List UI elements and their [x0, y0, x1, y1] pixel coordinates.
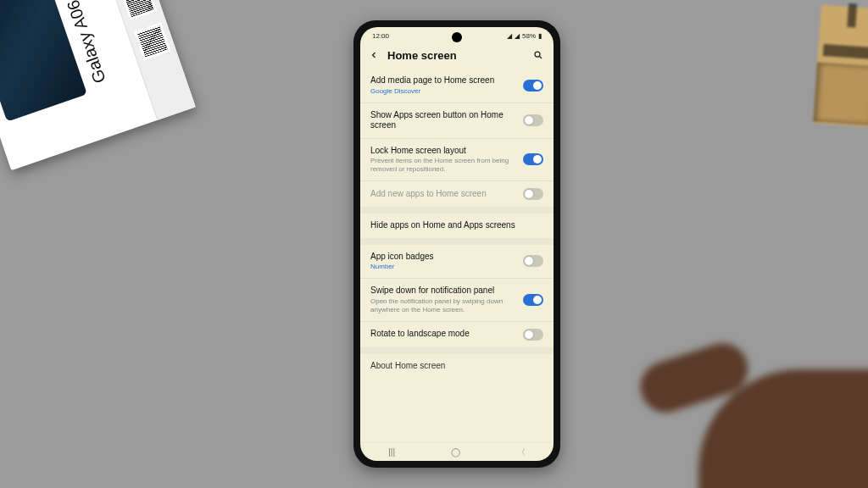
phone-device: 12:00 ◢ ◢ 58% ▮ Home screen Add media pa…: [353, 20, 560, 468]
barcode: [108, 0, 157, 20]
toggle-add-new-apps: [523, 188, 543, 200]
section-divider: [360, 347, 554, 354]
wifi-icon: ◢: [515, 32, 520, 40]
nav-bar: ||| ◯ 〈: [360, 442, 554, 461]
box-front: SAMSUNG Galaxy A06: [0, 0, 115, 155]
row-title: Rotate to landscape mode: [370, 329, 515, 340]
camera-notch: [452, 32, 462, 42]
back-icon[interactable]: [369, 50, 379, 62]
barcode-small: [134, 22, 171, 60]
phone-screen: 12:00 ◢ ◢ 58% ▮ Home screen Add media pa…: [360, 27, 554, 461]
row-swipe-notification[interactable]: Swipe down for notification panel Open t…: [360, 279, 554, 321]
row-title: About Home screen: [370, 361, 543, 372]
toggle-rotate-landscape[interactable]: [523, 329, 543, 341]
toggle-show-apps-button[interactable]: [523, 114, 543, 126]
toggle-add-media-page[interactable]: [523, 80, 543, 92]
row-subtitle: Open the notification panel by swiping d…: [370, 297, 515, 314]
nav-back-icon[interactable]: 〈: [517, 446, 526, 458]
search-icon[interactable]: [533, 50, 543, 62]
settings-list: Add media page to Home screen Google Dis…: [360, 69, 554, 442]
hand: [614, 302, 868, 488]
row-lock-layout[interactable]: Lock Home screen layout Prevent items on…: [360, 139, 554, 181]
battery-icon: ▮: [538, 32, 542, 40]
row-title: Show Apps screen button on Home screen: [370, 110, 515, 131]
row-subtitle: Prevent items on the Home screen from be…: [370, 157, 515, 174]
row-rotate-landscape[interactable]: Rotate to landscape mode: [360, 322, 554, 347]
svg-point-0: [535, 52, 540, 57]
nav-home-icon[interactable]: ◯: [451, 447, 460, 457]
row-title: Hide apps on Home and Apps screens: [370, 220, 543, 231]
section-divider: [360, 238, 554, 245]
row-hide-apps[interactable]: Hide apps on Home and Apps screens: [360, 214, 554, 238]
row-title: Add new apps to Home screen: [370, 189, 515, 200]
wooden-block: [813, 5, 868, 128]
row-title: App icon badges: [370, 252, 515, 263]
toggle-swipe-notification[interactable]: [523, 294, 543, 306]
product-box: SAMSUNG Galaxy A06: [0, 0, 196, 170]
row-app-icon-badges[interactable]: App icon badges Number: [360, 245, 554, 279]
page-header: Home screen: [360, 44, 554, 69]
status-time: 12:00: [372, 32, 389, 40]
row-add-new-apps: Add new apps to Home screen: [360, 181, 554, 207]
toggle-lock-layout[interactable]: [523, 153, 543, 165]
row-title: Add media page to Home screen: [370, 75, 515, 86]
box-side: [94, 0, 196, 120]
row-add-media-page[interactable]: Add media page to Home screen Google Dis…: [360, 69, 554, 103]
section-divider: [360, 207, 554, 214]
toggle-app-icon-badges[interactable]: [523, 255, 543, 267]
page-title: Home screen: [387, 49, 525, 62]
row-title: Lock Home screen layout: [370, 146, 515, 157]
battery-percent: 58%: [522, 32, 536, 40]
row-show-apps-button[interactable]: Show Apps screen button on Home screen: [360, 103, 554, 138]
row-title: Swipe down for notification panel: [370, 286, 515, 297]
row-about-home-screen[interactable]: About Home screen: [360, 354, 554, 379]
nav-recents-icon[interactable]: |||: [388, 447, 395, 457]
signal-icon: ◢: [507, 32, 512, 40]
row-subtitle: Google Discover: [370, 87, 515, 96]
row-subtitle: Number: [370, 263, 515, 271]
